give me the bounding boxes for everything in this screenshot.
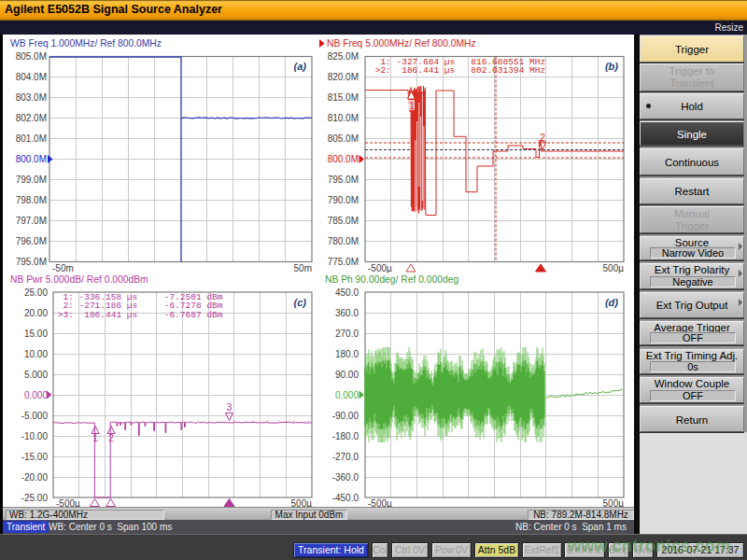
svg-text:797.0M: 797.0M [16,216,47,226]
svg-text:803.0M: 803.0M [16,92,47,103]
svg-text:805.0M: 805.0M [328,133,359,144]
svg-text:795.0M: 795.0M [328,175,359,185]
svg-text:(a): (a) [294,61,307,72]
svg-text:1: 1 [92,433,98,443]
svg-text:802.0M: 802.0M [16,113,47,123]
svg-text:20.00: 20.00 [24,308,48,318]
svg-text:-180.0: -180.0 [332,431,359,441]
svg-text:15.00: 15.00 [24,329,48,339]
svg-text:810.0M: 810.0M [328,113,359,123]
svg-text:25.00: 25.00 [24,287,48,298]
svg-text:-450.0: -450.0 [332,493,359,503]
svg-text:-5.000: -5.000 [21,411,49,421]
svg-text:790.0M: 790.0M [328,195,359,205]
svg-text:5.000: 5.000 [24,370,48,380]
svg-text:796.0M: 796.0M [16,236,47,246]
svg-text:(d): (d) [605,297,618,308]
svg-text:-20.00: -20.00 [21,472,49,483]
svg-text:825.0M: 825.0M [328,51,359,62]
svg-text:0.000: 0.000 [335,390,359,400]
svg-text:180.0: 180.0 [335,349,359,359]
svg-text:NB Ph 90.00deg/ Ref 0.000deg: NB Ph 90.00deg/ Ref 0.000deg [325,274,458,285]
svg-text:-360.0: -360.0 [332,472,359,483]
svg-text:799.0M: 799.0M [16,175,47,185]
svg-text:>2: 186.441 µs 802.031394 M: >2: 186.441 µs 802.031394 MHz [370,65,545,76]
svg-text:775.0M: 775.0M [328,257,359,267]
svg-text:270.0: 270.0 [335,329,359,339]
svg-text:-10.00: -10.00 [21,431,49,441]
svg-text:785.0M: 785.0M [328,216,359,226]
svg-text:10.00: 10.00 [24,349,48,359]
svg-text:-90.00: -90.00 [332,411,359,421]
svg-text:798.0M: 798.0M [16,195,47,205]
svg-text:450.0: 450.0 [335,287,359,298]
svg-text:(b): (b) [605,61,618,72]
svg-text:(c): (c) [294,297,307,308]
svg-text:50m: 50m [294,263,312,273]
svg-text:>3: 186.441 µs -6.7687 dB: >3: 186.441 µs -6.7687 dBm [52,310,223,320]
svg-text:804.0M: 804.0M [16,72,47,82]
svg-text:820.0M: 820.0M [328,72,359,82]
svg-text:500µ: 500µ [603,263,625,273]
svg-text:805.0M: 805.0M [16,51,47,62]
svg-text:-50m: -50m [52,263,74,273]
svg-text:NB Freq 5.000MHz/ Ref 800.0MHz: NB Freq 5.000MHz/ Ref 800.0MHz [327,38,476,49]
svg-text:3: 3 [227,402,233,413]
svg-text:2: 2 [540,133,545,143]
svg-text:-15.00: -15.00 [21,452,49,462]
svg-text:-270.0: -270.0 [332,452,359,462]
svg-text:780.0M: 780.0M [328,236,359,246]
svg-text:WB Freq 1.000MHz/ Ref 800.0MHz: WB Freq 1.000MHz/ Ref 800.0MHz [10,38,162,49]
svg-text:795.0M: 795.0M [16,257,47,267]
svg-text:800.0M: 800.0M [16,154,47,164]
svg-text:800.0M: 800.0M [328,154,359,164]
svg-text:815.0M: 815.0M [328,92,359,103]
svg-text:0.000: 0.000 [24,390,48,400]
svg-text:90.00: 90.00 [335,370,359,380]
svg-text:-500µ: -500µ [368,263,392,273]
svg-text:2: 2 [108,433,114,443]
svg-text:360.0: 360.0 [335,308,359,318]
svg-text:801.0M: 801.0M [16,133,47,144]
svg-text:-25.00: -25.00 [21,493,49,503]
svg-text:NB Pwr 5.000dB/ Ref 0.000dBm: NB Pwr 5.000dB/ Ref 0.000dBm [10,274,148,285]
svg-text:1: 1 [409,101,415,111]
